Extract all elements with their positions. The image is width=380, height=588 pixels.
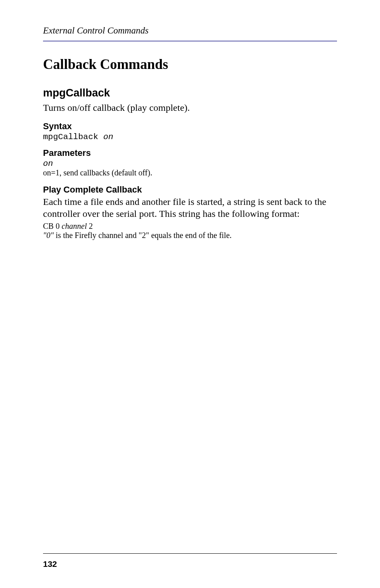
section-title: Callback Commands [43, 57, 337, 73]
cb-suffix: 2 [87, 222, 93, 230]
play-complete-label: Play Complete Callback [43, 185, 337, 195]
parameters-label: Parameters [43, 148, 337, 158]
syntax-label: Syntax [43, 121, 337, 132]
running-header: External Control Commands [43, 26, 337, 36]
syntax-arg: on [103, 132, 113, 142]
header-rule [43, 41, 337, 41]
syntax-cmd: mpgCallback [43, 132, 103, 142]
cb-prefix: CB 0 [43, 222, 62, 230]
callback-note: "0" is the Firefly channel and "2" equal… [43, 231, 337, 240]
param-name: on [43, 159, 337, 168]
command-name: mpgCallback [43, 87, 337, 99]
footer: 132 [43, 553, 337, 569]
param-desc: on=1, send callbacks (default off). [43, 168, 337, 177]
cb-note-rest: is the Firefly channel and "2" equals th… [54, 231, 232, 240]
cb-channel: channel [62, 222, 87, 230]
command-description: Turns on/off callback (play complete). [43, 102, 337, 114]
cb-note-zero: "0" [43, 231, 54, 240]
page-number: 132 [43, 559, 337, 569]
callback-example: CB 0 channel 2 [43, 222, 337, 231]
syntax-line: mpgCallback on [43, 132, 337, 142]
play-complete-body: Each time a file ends and another file i… [43, 196, 337, 220]
footer-rule [43, 553, 337, 554]
